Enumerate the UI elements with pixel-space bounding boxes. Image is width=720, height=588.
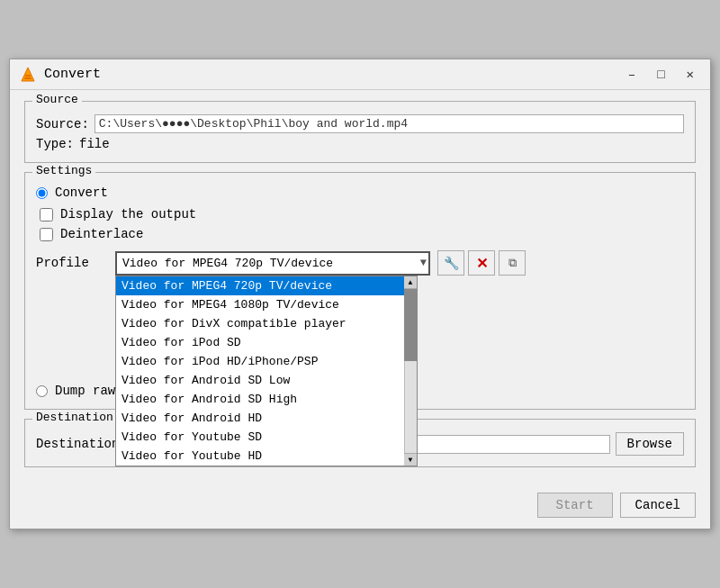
dump-radio[interactable] <box>36 385 48 397</box>
list-item[interactable]: Video for MPEG4 1080p TV/device <box>116 295 417 314</box>
type-value: file <box>79 137 110 151</box>
svg-rect-2 <box>25 75 31 77</box>
convert-window: Convert – □ ✕ Source Source: Type: file … <box>9 59 711 529</box>
type-row: Type: file <box>36 137 684 151</box>
profile-row: Profile Video for MPEG4 720p TV/device ▼… <box>36 250 684 276</box>
display-output-checkbox[interactable] <box>40 208 53 222</box>
destination-section-label: Destination <box>32 411 117 424</box>
start-button[interactable]: Start <box>537 493 613 518</box>
settings-section-label: Settings <box>32 164 95 177</box>
list-item[interactable]: Video for Android SD Low <box>116 371 417 390</box>
vlc-icon <box>19 66 37 84</box>
cancel-button[interactable]: Cancel <box>620 493 696 518</box>
list-item[interactable]: Video for MPEG4 720p TV/device <box>116 276 417 295</box>
list-item[interactable]: Video for Youtube SD <box>116 428 417 447</box>
convert-radio-row: Convert <box>36 185 684 200</box>
scrollbar-down-button[interactable]: ▼ <box>404 453 417 466</box>
scrollbar-up-button[interactable]: ▲ <box>404 276 417 289</box>
svg-rect-1 <box>24 77 32 79</box>
source-section-label: Source <box>32 93 82 106</box>
profile-select-wrapper: Video for MPEG4 720p TV/device ▼ Video f… <box>115 251 430 276</box>
convert-radio[interactable] <box>36 187 48 199</box>
edit-profile-button[interactable]: 🔧 <box>437 250 464 276</box>
profile-dropdown-button[interactable]: Video for MPEG4 720p TV/device <box>115 251 430 276</box>
type-label: Type: <box>36 137 74 151</box>
maximize-button[interactable]: □ <box>650 66 671 84</box>
deinterlace-checkbox[interactable] <box>40 228 53 241</box>
bottom-bar: Start Cancel <box>10 487 710 529</box>
list-item[interactable]: Video for iPod SD <box>116 333 417 352</box>
profile-selected-text: Video for MPEG4 720p TV/device <box>122 257 333 270</box>
settings-section: Settings Convert Display the output Dein… <box>24 172 696 410</box>
deinterlace-row: Deinterlace <box>40 227 684 241</box>
list-item[interactable]: Video for Android SD High <box>116 390 417 409</box>
list-item[interactable]: Video for DivX compatible player <box>116 314 417 333</box>
profile-actions: 🔧 ✕ ⧉ <box>437 250 526 276</box>
source-input[interactable] <box>94 114 684 133</box>
source-section: Source Source: Type: file <box>24 101 696 163</box>
source-row: Source: <box>36 114 684 133</box>
profile-label: Profile <box>36 256 108 270</box>
profile-dropdown-list: Video for MPEG4 720p TV/device Video for… <box>115 276 418 466</box>
list-item[interactable]: Video for Youtube HD <box>116 447 417 466</box>
close-button[interactable]: ✕ <box>680 65 701 84</box>
scrollbar-track: ▲ ▼ <box>404 276 417 466</box>
minimize-button[interactable]: – <box>621 66 643 84</box>
browse-button[interactable]: Browse <box>616 432 684 456</box>
display-output-row: Display the output <box>40 207 684 222</box>
window-title: Convert <box>44 67 614 82</box>
title-bar: Convert – □ ✕ <box>10 59 710 90</box>
convert-radio-label: Convert <box>55 185 108 200</box>
deinterlace-label: Deinterlace <box>60 227 143 241</box>
copy-profile-button[interactable]: ⧉ <box>499 250 526 276</box>
scrollbar-thumb[interactable] <box>404 289 417 361</box>
display-output-label: Display the output <box>60 207 196 222</box>
list-item[interactable]: Video for Android HD <box>116 409 417 428</box>
delete-profile-button[interactable]: ✕ <box>468 250 495 276</box>
list-item[interactable]: Video for iPod HD/iPhone/PSP <box>116 352 417 371</box>
source-label: Source: <box>36 117 89 131</box>
